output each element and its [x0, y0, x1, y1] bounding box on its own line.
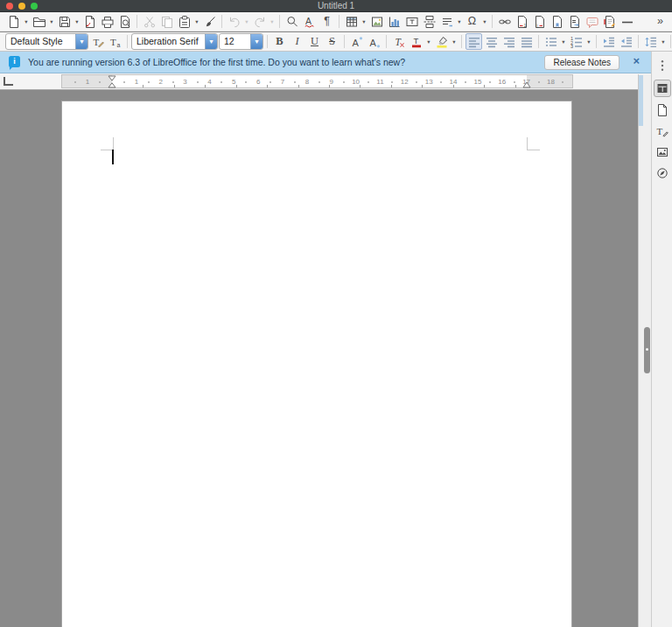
insert-page-break-button[interactable]	[421, 13, 438, 30]
ruler-scale[interactable]: 1123456789101112131415161718	[61, 74, 573, 88]
font-size-combo[interactable]: 12▼	[219, 33, 263, 50]
open-button[interactable]	[31, 13, 47, 30]
update-style-button[interactable]	[89, 33, 106, 50]
paste-dropdown[interactable]: ▾	[193, 13, 200, 30]
align-left-button[interactable]	[466, 33, 482, 50]
superscript-button[interactable]	[348, 33, 365, 50]
insert-image-button[interactable]	[368, 13, 385, 30]
decrease-indent-button[interactable]	[618, 33, 634, 50]
ruler-default-tab-stop	[360, 85, 360, 87]
insert-special-character-dropdown[interactable]: ▾	[481, 13, 488, 30]
toolbar-overflow-button[interactable]: »	[652, 13, 668, 30]
bullet-list-dropdown[interactable]: ▾	[560, 33, 567, 50]
strikethrough-button[interactable]: S	[324, 33, 340, 50]
font-color-button[interactable]	[408, 33, 424, 50]
bullet-list-button[interactable]	[542, 33, 559, 50]
ruler-number: 1	[86, 78, 89, 86]
line-spacing-button[interactable]	[642, 33, 659, 50]
vertical-scrollbar-thumb[interactable]	[644, 327, 650, 373]
font-name-dropdown[interactable]: ▼	[205, 34, 217, 49]
insert-endnote-button[interactable]	[531, 13, 548, 30]
paragraph-style-value[interactable]: Default Style	[6, 34, 75, 49]
insert-comment-button[interactable]	[584, 13, 600, 30]
release-notes-button[interactable]: Release Notes	[544, 55, 620, 70]
insert-horizontal-line-icon	[620, 15, 634, 29]
new-document-button[interactable]	[5, 13, 22, 30]
sidebar-tab-properties[interactable]	[654, 80, 671, 97]
insert-table-dropdown[interactable]: ▾	[360, 13, 368, 30]
paragraph-style-combo[interactable]: Default Style▼	[5, 33, 88, 50]
redo-dropdown[interactable]: ▾	[269, 13, 276, 30]
align-right-button[interactable]	[500, 33, 517, 50]
track-changes-button[interactable]	[601, 13, 618, 30]
sidebar-tabbar	[651, 52, 672, 627]
clone-formatting-button[interactable]	[201, 13, 218, 30]
tab-stop-type-selector[interactable]	[4, 77, 13, 86]
font-color-dropdown[interactable]: ▾	[425, 33, 432, 50]
paragraph-style-dropdown[interactable]: ▼	[75, 34, 88, 49]
increase-indent-button[interactable]	[600, 33, 617, 50]
align-center-button[interactable]	[483, 33, 500, 50]
undo-dropdown[interactable]: ▾	[243, 13, 250, 30]
insert-hyperlink-button[interactable]	[496, 13, 513, 30]
ruler-half-tick	[245, 81, 247, 83]
insert-chart-button[interactable]	[386, 13, 402, 30]
insert-chart-icon	[388, 15, 402, 29]
save-dropdown[interactable]: ▾	[74, 13, 80, 30]
export-pdf-button[interactable]	[81, 13, 98, 30]
underline-button[interactable]: U	[306, 33, 323, 50]
highlight-color-button[interactable]	[433, 33, 450, 50]
sidebar-tab-sidebar-settings[interactable]	[654, 57, 670, 73]
font-size-value[interactable]: 12	[220, 34, 250, 49]
sidebar-tab-navigator[interactable]	[654, 164, 670, 181]
find-replace-button[interactable]	[284, 13, 300, 30]
new-document-dropdown[interactable]: ▾	[23, 13, 30, 30]
sidebar-tab-gallery[interactable]	[654, 143, 670, 160]
new-style-button[interactable]	[107, 33, 123, 50]
insert-text-box-button[interactable]	[403, 13, 420, 30]
save-button[interactable]	[56, 13, 73, 30]
insert-bookmark-button[interactable]	[549, 13, 565, 30]
font-name-combo[interactable]: Liberation Serif▼	[131, 33, 218, 50]
insert-field-button[interactable]	[438, 13, 455, 30]
italic-button[interactable]: I	[289, 33, 305, 50]
font-name-value[interactable]: Liberation Serif	[132, 34, 205, 49]
font-size-dropdown[interactable]: ▼	[250, 34, 262, 49]
clear-formatting-button[interactable]	[390, 33, 407, 50]
sidebar-tab-styles[interactable]	[654, 122, 670, 139]
styles-icon	[655, 124, 669, 138]
ruler-half-tick	[172, 81, 174, 83]
insert-field-dropdown[interactable]: ▾	[456, 13, 463, 30]
print-preview-button[interactable]	[116, 13, 133, 30]
open-icon	[32, 15, 46, 29]
subscript-button[interactable]	[366, 33, 382, 50]
indent-marker-left[interactable]	[108, 75, 116, 88]
toolbar-separator	[339, 15, 340, 28]
document-page[interactable]	[61, 101, 572, 627]
insert-footnote-button[interactable]	[514, 13, 530, 30]
insert-text-box-icon	[405, 15, 419, 29]
insert-horizontal-line-button[interactable]	[619, 13, 635, 30]
toolbar-separator	[127, 35, 128, 48]
paste-button[interactable]	[176, 13, 192, 30]
spelling-button[interactable]	[301, 13, 318, 30]
open-dropdown[interactable]: ▾	[48, 13, 55, 30]
justify-button[interactable]	[518, 33, 535, 50]
bold-button[interactable]: B	[271, 33, 288, 50]
sidebar-tab-page[interactable]	[654, 101, 670, 118]
insert-cross-reference-button[interactable]	[566, 13, 583, 30]
line-spacing-dropdown[interactable]: ▾	[660, 33, 667, 50]
formatting-marks-button[interactable]: ¶	[318, 13, 335, 30]
highlight-color-dropdown[interactable]: ▾	[451, 33, 458, 50]
ruler-default-tab-stop	[422, 85, 423, 87]
insert-special-character-button[interactable]: Ω	[464, 13, 480, 30]
infobar-close-icon[interactable]: ×	[633, 54, 640, 67]
ruler-number: 6	[256, 78, 260, 86]
toolbar-separator	[538, 35, 539, 48]
insert-table-button[interactable]	[343, 13, 360, 30]
print-button[interactable]	[99, 13, 116, 30]
numbered-list-dropdown[interactable]: ▾	[585, 33, 592, 50]
italic-icon: I	[295, 36, 298, 47]
numbered-list-button[interactable]	[568, 33, 584, 50]
horizontal-ruler[interactable]: 1123456789101112131415161718	[0, 73, 651, 90]
